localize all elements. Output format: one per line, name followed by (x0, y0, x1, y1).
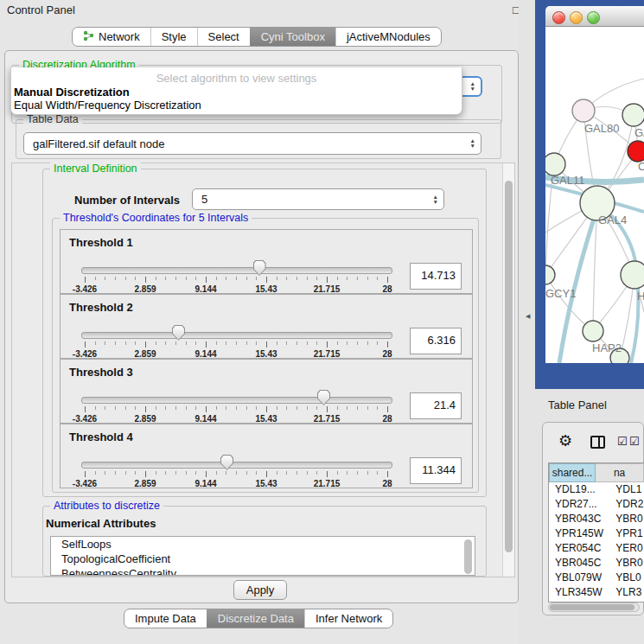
tick-mark (316, 471, 317, 475)
table-panel-title: Table Panel (548, 399, 607, 411)
tick-mark (135, 341, 136, 345)
panel-scrollbar-thumb[interactable] (505, 181, 513, 552)
slider-track[interactable] (81, 267, 392, 274)
algorithm-option-equal-width-frequency-discretization[interactable]: Equal Width/Frequency Discretization (14, 99, 201, 112)
tick-label: -3.426 (66, 284, 104, 294)
checkbox-icon[interactable]: ☑ (629, 436, 640, 448)
tick-mark (277, 277, 277, 280)
table-data-combo[interactable]: galFiltered.sif default node ▲▼ (23, 132, 481, 155)
tab-network[interactable]: Network (73, 28, 150, 46)
table-row[interactable]: YLR345WYLR3 (549, 585, 644, 600)
tab-infer-network[interactable]: Infer Network (304, 609, 392, 628)
node-right-mid[interactable] (621, 261, 644, 289)
cell-name: YBL0 (611, 571, 644, 585)
tick-mark (327, 406, 328, 412)
threshold-label: Threshold 1 (69, 236, 133, 249)
zoom-traffic-light[interactable] (587, 11, 600, 24)
table-row[interactable]: YBL079WYBL0 (549, 571, 644, 585)
slider-track[interactable] (81, 332, 392, 339)
interval-definition-group: Interval Definition Number of Intervals … (42, 169, 487, 497)
tick-mark (256, 277, 257, 280)
cell-name: YPR1 (611, 526, 644, 541)
combo-stepper-icon[interactable]: ▲▼ (470, 81, 475, 92)
tick-mark (125, 406, 126, 410)
table-row[interactable]: YPR145WYPR1 (549, 526, 644, 541)
settings-scroll-area: Interval Definition Number of Intervals … (11, 163, 515, 577)
tick-label: 21.715 (308, 479, 346, 488)
table-hscrollbar-thumb[interactable] (550, 604, 634, 610)
list-scrollbar[interactable] (464, 539, 472, 574)
tick-mark (307, 341, 308, 345)
tick-mark (347, 471, 348, 475)
slider-thumb[interactable] (220, 455, 233, 470)
tab-impute-data[interactable]: Impute Data (124, 609, 207, 628)
close-traffic-light[interactable] (552, 11, 565, 24)
tick-mark (85, 277, 86, 283)
network-canvas[interactable]: GAL80GACGAL11GAL4GCY1HHAP2 (545, 27, 644, 363)
minimize-traffic-light[interactable] (570, 11, 583, 24)
threshold-value-field[interactable]: 21.4 (410, 392, 462, 419)
threshold-box-1: Threshold 1-3.4262.8599.14415.4321.71528… (60, 229, 473, 294)
numerical-attributes-list[interactable]: SelfLoopsTopologicalCoefficientBetweenne… (50, 536, 475, 576)
threshold-value-field[interactable]: 11.344 (410, 457, 462, 484)
column-header-shared-name[interactable]: shared... (549, 463, 596, 482)
algorithm-popup-hint: Select algorithm to view settings (11, 72, 462, 85)
tick-mark (175, 471, 176, 475)
attribute-item-selfloops[interactable]: SelfLoops (51, 537, 475, 552)
node-gcy1[interactable] (545, 265, 555, 284)
network-view-window: GAL80GACGAL11GAL4GCY1HHAP2 (535, 0, 644, 389)
node-gal11[interactable] (545, 153, 565, 175)
tick-mark (327, 471, 328, 477)
checkbox-icon[interactable]: ☑ (617, 436, 628, 448)
attribute-item-topologicalcoefficient[interactable]: TopologicalCoefficient (51, 552, 475, 566)
threshold-list: Threshold 1-3.4262.8599.14415.4321.71528… (60, 229, 473, 488)
panel-scrollbar-track[interactable] (502, 163, 514, 577)
columns-icon[interactable] (590, 436, 605, 449)
attribute-item-betweennesscentrality[interactable]: BetweennessCentrality (51, 566, 475, 576)
threshold-value-field[interactable]: 14.713 (410, 263, 462, 290)
slider-track[interactable] (81, 397, 392, 404)
combo-stepper-icon[interactable]: ▲▼ (433, 194, 438, 205)
cell-shared-name: YDR27... (549, 497, 611, 512)
combo-stepper-icon[interactable]: ▲▼ (470, 138, 475, 149)
tick-mark (156, 341, 156, 345)
tab-jactivemnodules[interactable]: jActiveMNodules (335, 28, 441, 46)
node-selected-red[interactable] (628, 141, 644, 162)
slider-thumb[interactable] (172, 325, 185, 341)
splitter-collapse-icon[interactable]: ◀ (526, 313, 530, 320)
tick-mark (95, 406, 96, 410)
network-window-titlebar[interactable] (545, 6, 644, 27)
tick-mark (226, 277, 226, 280)
threshold-box-2: Threshold 2-3.4262.8599.14415.4321.71528… (60, 294, 473, 359)
node-top-right[interactable] (622, 104, 644, 126)
threshold-value-field[interactable]: 6.316 (410, 328, 462, 354)
table-row[interactable]: YER054CYER0 (549, 541, 644, 556)
table-row[interactable]: YDL19...YDL1 (549, 482, 644, 497)
tick-mark (266, 406, 267, 412)
tick-mark (115, 277, 116, 280)
tick-mark (387, 277, 388, 283)
tick-mark (85, 341, 86, 348)
apply-button[interactable]: Apply (233, 580, 287, 600)
tick-mark (135, 277, 136, 280)
tab-discretize-data[interactable]: Discretize Data (207, 609, 304, 628)
slider-thumb[interactable] (317, 390, 330, 405)
slider-track[interactable] (81, 462, 392, 469)
table-row[interactable]: YBR045CYBR0 (549, 556, 644, 571)
tab-select[interactable]: Select (197, 28, 250, 46)
slider-thumb[interactable] (253, 260, 266, 276)
table-hscrollbar-track[interactable] (548, 603, 640, 612)
slider-ticks: -3.4262.8599.14415.4321.71528 (85, 341, 387, 359)
algorithm-option-manual-discretization[interactable]: Manual Discretization (14, 86, 130, 99)
number-of-intervals-combo[interactable]: 5 ▲▼ (192, 188, 444, 210)
tab-style[interactable]: Style (150, 28, 197, 46)
node-hap2[interactable] (583, 321, 603, 341)
tick-mark (105, 471, 105, 475)
table-row[interactable]: YBR043CYBR0 (549, 512, 644, 526)
tab-cyni-toolbox[interactable]: Cyni Toolbox (250, 28, 335, 46)
column-header-name[interactable]: na (596, 463, 644, 482)
gear-icon[interactable]: ⚙ (558, 433, 572, 449)
table-row[interactable]: YDR27...YDR2 (549, 497, 644, 512)
node-gal80[interactable] (572, 99, 595, 122)
tick-mark (206, 277, 207, 283)
